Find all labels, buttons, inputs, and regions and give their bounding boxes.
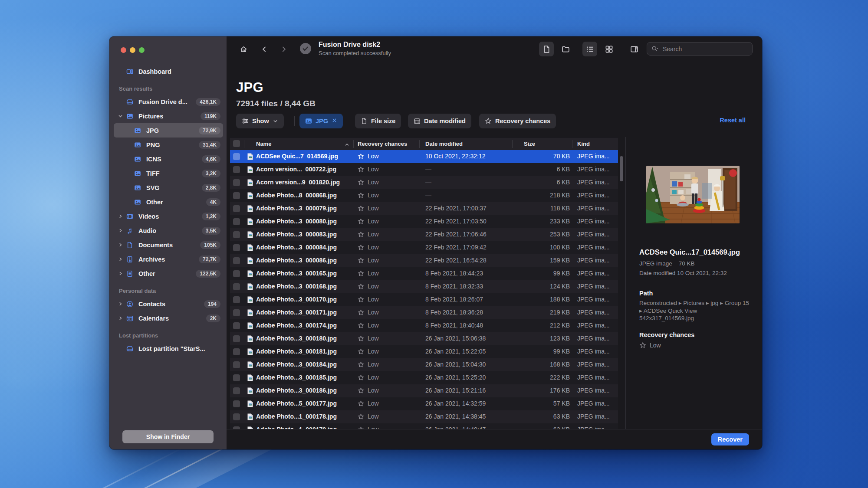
back-button[interactable] — [257, 42, 272, 56]
row-checkbox[interactable] — [233, 413, 240, 420]
show-filter-button[interactable]: Show — [236, 114, 284, 128]
view-folders-button[interactable] — [558, 42, 573, 56]
column-header-date[interactable]: Date modified — [425, 141, 463, 147]
chevron-right-icon[interactable] — [115, 214, 125, 219]
row-checkbox[interactable] — [233, 166, 240, 173]
date-modified-filter-button[interactable]: Date modified — [408, 114, 471, 128]
chevron-right-icon[interactable] — [115, 257, 125, 262]
table-row[interactable]: Adobe Photo...3_000079.jpg Low 22 Feb 20… — [230, 202, 618, 215]
sidebar-item-lost-partition-stars[interactable]: Lost partition "StarS... — [114, 341, 223, 356]
row-checkbox[interactable] — [233, 400, 240, 407]
view-grid-button[interactable] — [602, 42, 616, 56]
row-checkbox[interactable] — [233, 335, 240, 342]
star-icon — [358, 387, 364, 394]
row-checkbox[interactable] — [233, 231, 240, 238]
table-row[interactable]: Adobe Photo...1_000178.jpg Low 26 Jan 20… — [230, 410, 618, 423]
sidebar-item-svg[interactable]: SVG 2,8K — [114, 180, 223, 195]
table-row[interactable]: Adobe Photo...3_000084.jpg Low 22 Feb 20… — [230, 241, 618, 254]
row-checkbox[interactable] — [233, 348, 240, 355]
chevron-right-icon[interactable] — [115, 301, 125, 306]
column-header-size[interactable]: Size — [524, 141, 535, 147]
table-row[interactable]: Adobe Photo...3_000185.jpg Low 26 Jan 20… — [230, 371, 618, 384]
chevron-right-icon[interactable] — [115, 271, 125, 276]
sidebar-item-videos[interactable]: Videos 1,2K — [114, 209, 223, 223]
table-row[interactable]: Adobe Photo...3_000170.jpg Low 8 Feb 202… — [230, 293, 618, 306]
sidebar-item-calendars[interactable]: Calendars 2K — [114, 311, 223, 325]
view-list-button[interactable] — [582, 42, 597, 56]
sidebar-item-icns[interactable]: ICNS 4,6K — [114, 152, 223, 166]
row-checkbox[interactable] — [233, 244, 240, 251]
table-row[interactable]: Adobe Photo...1_000179.jpg Low 26 Jan 20… — [230, 423, 618, 429]
column-header-kind[interactable]: Kind — [577, 141, 590, 147]
table-row[interactable]: Adobe Photo...8_000868.jpg Low — 218 KB … — [230, 189, 618, 202]
sidebar-item-contacts[interactable]: Contacts 194 — [114, 297, 223, 311]
detail-path-label: Path — [639, 290, 653, 297]
row-checkbox[interactable] — [233, 218, 240, 225]
sidebar-item-jpg[interactable]: JPG 72,9K — [114, 123, 223, 138]
row-checkbox[interactable] — [233, 361, 240, 368]
table-row[interactable]: Adobe Photo...3_000171.jpg Low 8 Feb 202… — [230, 306, 618, 319]
row-checkbox[interactable] — [233, 192, 240, 199]
row-checkbox[interactable] — [233, 296, 240, 303]
zoom-window-button[interactable] — [139, 47, 145, 53]
remove-filter-icon[interactable] — [332, 118, 337, 124]
filter-chip-jpg[interactable]: JPG — [299, 114, 343, 128]
chevron-right-icon[interactable] — [115, 316, 125, 321]
sidebar-item-archives[interactable]: Archives 72,7K — [114, 252, 223, 266]
search-input[interactable] — [662, 45, 748, 53]
toggle-panel-button[interactable] — [627, 42, 641, 56]
table-row[interactable]: Adobe Photo...3_000180.jpg Low 26 Jan 20… — [230, 332, 618, 345]
close-window-button[interactable] — [121, 47, 126, 53]
table-row[interactable]: Adobe Photo...3_000184.jpg Low 26 Jan 20… — [230, 358, 618, 371]
table-row[interactable]: Adobe Photo...3_000186.jpg Low 26 Jan 20… — [230, 384, 618, 397]
file-size-filter-button[interactable]: File size — [355, 114, 401, 128]
column-header-recovery[interactable]: Recovery chances — [358, 141, 407, 147]
table-row[interactable]: Adobe Photo...3_000181.jpg Low 26 Jan 20… — [230, 345, 618, 358]
chevron-right-icon[interactable] — [115, 228, 125, 233]
sidebar-item-png[interactable]: PNG 31,4K — [114, 138, 223, 152]
sliders-icon — [242, 118, 249, 124]
row-checkbox[interactable] — [233, 387, 240, 394]
table-row[interactable]: Adobe Photo...3_000174.jpg Low 8 Feb 202… — [230, 319, 618, 332]
row-checkbox[interactable] — [233, 179, 240, 186]
row-checkbox[interactable] — [233, 322, 240, 329]
row-checkbox[interactable] — [233, 257, 240, 264]
search-field[interactable] — [647, 42, 753, 56]
table-row[interactable]: Adobe Photo...3_000168.jpg Low 8 Feb 202… — [230, 280, 618, 293]
select-all-checkbox[interactable] — [233, 140, 240, 147]
chevron-right-icon[interactable] — [115, 242, 125, 247]
reset-all-link[interactable]: Reset all — [720, 117, 746, 124]
sidebar-item-pictures[interactable]: Pictures 119K — [114, 109, 223, 123]
table-row[interactable]: Adobe Photo...3_000165.jpg Low 8 Feb 202… — [230, 267, 618, 280]
row-checkbox[interactable] — [233, 205, 240, 212]
vertical-scrollbar[interactable] — [620, 156, 623, 181]
recover-button[interactable]: Recover — [711, 433, 749, 445]
row-checkbox[interactable] — [233, 283, 240, 290]
table-row[interactable]: Acorn version...9_001820.jpg Low — 6 KB … — [230, 176, 618, 189]
table-row[interactable]: Adobe Photo...3_000083.jpg Low 22 Feb 20… — [230, 228, 618, 241]
sidebar-item-fusion-drive-d[interactable]: Fusion Drive d... 426,1K — [114, 95, 223, 109]
row-checkbox[interactable] — [233, 270, 240, 277]
forward-button[interactable] — [276, 42, 291, 56]
chevron-down-icon[interactable] — [115, 114, 125, 118]
sidebar-item-other[interactable]: Other 4K — [114, 195, 223, 209]
show-in-finder-button[interactable]: Show in Finder — [122, 430, 214, 443]
sidebar-item-tiff[interactable]: TIFF 3,2K — [114, 166, 223, 180]
column-header-name[interactable]: Name — [256, 141, 271, 147]
sidebar-item-dashboard[interactable]: Dashboard — [114, 64, 223, 79]
table-row[interactable]: Adobe Photo...3_000086.jpg Low 22 Feb 20… — [230, 254, 618, 267]
table-row[interactable]: Adobe Photo...5_000177.jpg Low 26 Jan 20… — [230, 397, 618, 410]
table-row[interactable]: Adobe Photo...3_000080.jpg Low 22 Feb 20… — [230, 215, 618, 228]
sidebar-item-documents[interactable]: Documents 105K — [114, 238, 223, 252]
row-checkbox[interactable] — [233, 309, 240, 316]
view-files-button[interactable] — [539, 42, 554, 56]
minimize-window-button[interactable] — [130, 47, 135, 53]
table-row[interactable]: Acorn version..._000722.jpg Low — 6 KB J… — [230, 163, 618, 176]
row-checkbox[interactable] — [233, 374, 240, 381]
row-checkbox[interactable] — [233, 153, 240, 160]
sidebar-item-other[interactable]: Other 122,5K — [114, 266, 223, 281]
sidebar-item-audio[interactable]: Audio 3,5K — [114, 223, 223, 238]
home-button[interactable] — [236, 42, 251, 56]
recovery-chances-filter-button[interactable]: Recovery chances — [479, 114, 556, 128]
table-row[interactable]: ACDSee Quic...7_014569.jpg Low 10 Oct 20… — [230, 150, 618, 163]
